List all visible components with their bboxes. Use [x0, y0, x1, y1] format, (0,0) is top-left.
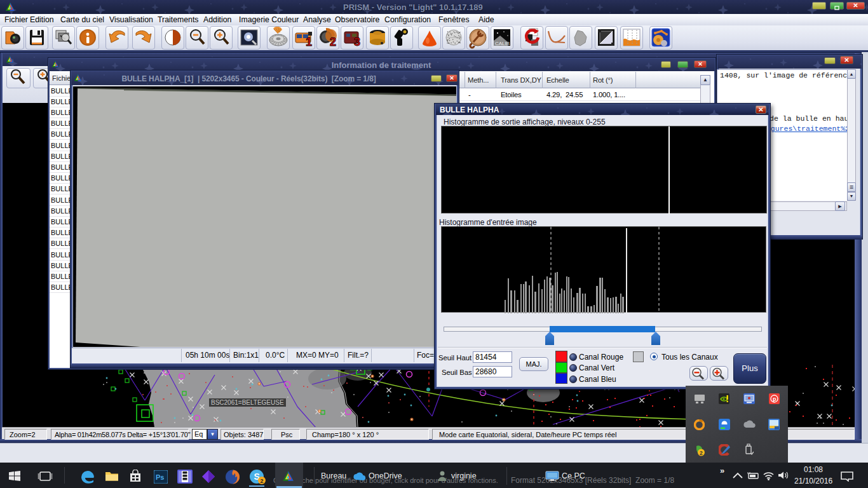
svg-text:CALIB: CALIB: [495, 41, 510, 46]
svg-text:2: 2: [700, 450, 703, 456]
svg-text:Ps: Ps: [156, 473, 164, 481]
svg-text:2: 2: [330, 36, 336, 48]
svg-text:p: p: [773, 396, 776, 402]
svg-text:2: 2: [261, 478, 264, 484]
svg-text:1: 1: [306, 36, 312, 48]
svg-text:3: 3: [354, 36, 360, 48]
